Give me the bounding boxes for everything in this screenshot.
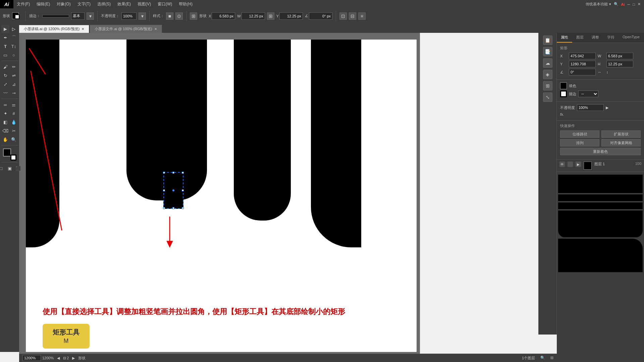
handle-ml[interactable] [163,189,165,191]
status-nav-icon[interactable]: ⊟ [550,356,553,361]
hand-tool[interactable]: ✋ [1,135,9,143]
rect-tool[interactable]: ▭ [1,51,9,59]
fx-label[interactable]: fx. [560,112,564,116]
qa-btn-align-pixel[interactable]: 对齐像素网格 [601,139,641,146]
layers-icon[interactable]: 📑 [543,47,552,56]
menu-view[interactable]: 视图(V) [134,0,154,8]
layer-visibility-icon[interactable]: 👁 [559,162,565,167]
gradient-tool[interactable]: ◧ [1,118,9,126]
mesh-tool[interactable]: # [10,109,18,117]
ellipse-tool[interactable]: ○ [10,51,18,59]
y-input[interactable] [279,12,303,20]
stroke-type-select[interactable]: ─ [578,90,598,97]
menu-effect[interactable]: 效果(E) [114,0,134,8]
scissors-tool[interactable]: ✂ [10,127,18,135]
layer-lock-icon[interactable] [568,162,573,167]
symbol-tool[interactable]: ✦ [1,109,9,117]
stroke-preview[interactable] [42,15,69,17]
menu-help[interactable]: 帮助(H) [175,0,196,8]
stroke-color[interactable] [15,14,19,19]
tab-1-close[interactable]: ✕ [154,27,157,31]
w-input[interactable] [241,12,265,20]
cc-libraries-icon[interactable]: ☁ [543,58,552,68]
grid-icon[interactable]: ⊞ [190,12,197,20]
qa-btn-recolor[interactable]: 重新着色 [560,148,641,155]
x-coord-input[interactable] [569,53,596,59]
scale-tool[interactable]: ⤢ [1,80,9,88]
shear-tool[interactable]: ⊿ [10,80,18,88]
stroke-color-selector[interactable] [10,155,16,161]
eraser-tool[interactable]: ⌫ [1,127,9,135]
x-input[interactable] [212,12,235,20]
nav-next[interactable]: ▶ [72,356,75,360]
handle-bl[interactable] [163,207,165,209]
qa-btn-arrange[interactable]: 排列 [560,139,599,146]
rotate-tool[interactable]: ↻ [1,71,9,79]
panel-tab-layers[interactable]: 图层 [572,33,588,43]
full-screen[interactable]: ▣ [6,164,14,172]
handle-tl[interactable] [163,172,165,174]
handle-bc[interactable] [172,207,174,209]
panel-tab-char[interactable]: 字符 [603,33,619,43]
menu-file[interactable]: 文件(F) [13,0,33,8]
status-zoom-icon[interactable]: 🔍 [540,356,545,361]
h-coord-input[interactable] [606,61,633,67]
opacity-value[interactable]: 100% [121,12,137,20]
appearance-icon[interactable]: ◈ [543,70,552,79]
fill-color-selector[interactable] [3,148,11,157]
canvas-document[interactable]: 使用【直接选择工具】调整加粗竖笔画并拉出圆角，使用【矩形工具】在其底部绘制小的矩… [26,40,417,352]
style-icon[interactable]: ■ [166,12,173,20]
type-tool[interactable]: T [1,42,9,50]
close-btn[interactable]: ✕ [638,2,641,6]
zoom-input[interactable] [22,355,41,361]
panel-tab-adjust[interactable]: 调整 [588,33,603,43]
blend-tool[interactable]: ∞ [1,101,9,109]
fill-color-box[interactable] [560,82,567,89]
layer-expand-icon[interactable]: ▶ [576,162,581,167]
selected-rect[interactable] [163,172,183,209]
paintbrush-tool[interactable]: 🖌 [1,63,9,71]
transform-panel-icon[interactable]: ⤡ [543,93,552,102]
selection-tool[interactable]: ▶ [1,25,9,33]
panel-tab-properties[interactable]: 属性 [557,33,572,43]
stroke-color-box[interactable] [560,90,567,97]
column-graph-tool[interactable]: ⚌ [10,101,18,109]
properties-icon[interactable]: 📋 [543,36,552,45]
y-coord-input[interactable] [569,61,596,67]
warp-tool[interactable]: 〰 [1,89,9,97]
tab-1[interactable]: 小墨源文件.ai @ 100% (RGB/预览) ✕ [90,25,162,33]
align-icon[interactable]: ⊟ [349,12,356,20]
pen-tool[interactable]: ✒ [1,34,9,42]
menu-window[interactable]: 窗口(W) [154,0,175,8]
tab-0-close[interactable]: ✕ [82,27,84,31]
opacity-panel-input[interactable] [577,104,604,111]
nav-prev[interactable]: ◀ [57,356,60,360]
r-input[interactable] [309,12,332,20]
handle-tr[interactable] [182,172,184,174]
maximize-btn[interactable]: □ [633,2,635,6]
search-icon[interactable]: 🔍 [614,2,619,6]
tab-0[interactable]: 小墨讲稿.ai @ 1200% (RGB/预览) ✕ [19,25,89,33]
width-tool[interactable]: ⊸ [10,89,18,97]
opacity-options-btn[interactable]: ▾ [139,12,146,20]
style-options[interactable]: ⊙ [175,12,183,20]
stroke-options-btn[interactable]: ▾ [87,12,94,20]
rot-input[interactable] [569,69,596,75]
curvature-tool[interactable]: ⌒ [10,34,18,42]
qa-btn-expand[interactable]: 扩展形状 [601,130,641,138]
pencil-tool[interactable]: ✏ [10,63,18,71]
fill-stroke-selector[interactable] [12,12,22,20]
menu-object[interactable]: 对象(O) [53,0,74,8]
handle-mr[interactable] [182,189,184,191]
handle-br[interactable] [182,207,184,209]
opacity-expand[interactable]: ▶ [606,106,608,110]
menu-select[interactable]: 选择(S) [94,0,114,8]
transform-icon[interactable]: ⊡ [339,12,347,20]
type-options[interactable]: T↕ [10,42,18,50]
more-icon[interactable]: ≡ [358,12,366,20]
reflect-tool[interactable]: ⇌ [10,71,18,79]
w-coord-input[interactable] [606,53,633,59]
eyedropper-tool[interactable]: 💧 [10,118,18,126]
align-panel-icon[interactable]: ⊞ [543,81,552,90]
stroke-weight[interactable]: 基本 [71,12,85,20]
